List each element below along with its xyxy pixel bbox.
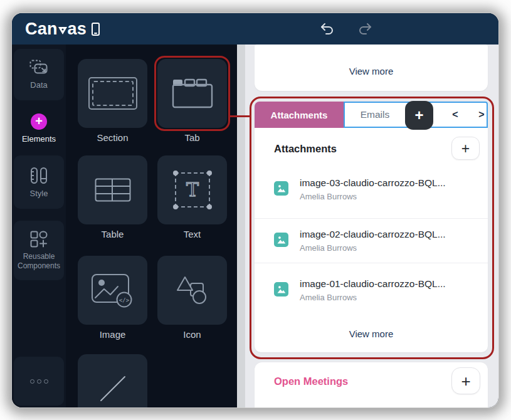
sidebar-item-label: Elements <box>22 134 56 144</box>
sidebar-item-style[interactable]: Style <box>14 155 64 209</box>
element-tile-text[interactable]: T <box>157 155 227 224</box>
mobile-preview-icon <box>92 23 100 36</box>
sidebar-item-elements[interactable]: + Elements <box>14 107 64 150</box>
sidebar: Data + Elements Style <box>12 45 66 407</box>
data-icon <box>29 60 48 76</box>
element-tile-label: Icon <box>157 329 227 340</box>
logo-text-pre: Can <box>25 19 58 39</box>
app-window: Can as Data + Elements <box>12 13 498 407</box>
row-divider <box>255 263 488 263</box>
tab-emails[interactable]: Emails <box>345 103 405 127</box>
attachment-owner: Amelia Burrows <box>300 192 357 201</box>
undo-arrow-icon <box>320 23 335 35</box>
element-tile-line[interactable] <box>78 354 147 407</box>
sidebar-item-data[interactable]: Data <box>14 49 64 100</box>
sidebar-item-more[interactable] <box>14 357 64 406</box>
tab-icon <box>172 78 213 108</box>
tab-attachments[interactable]: Attachments <box>255 102 344 128</box>
attachments-section-title: Attachments <box>274 143 337 155</box>
svg-text:</>: </> <box>119 297 129 303</box>
element-tile-table[interactable] <box>78 155 147 224</box>
element-tile-image[interactable]: </> <box>78 256 147 325</box>
tab-scroll-left-button[interactable]: < <box>444 103 466 127</box>
element-tile-icon[interactable] <box>157 256 227 325</box>
table-icon <box>95 178 131 202</box>
attachment-row[interactable]: image-03-claudio-carrozzo-BQL... Amelia … <box>255 172 488 209</box>
attachment-owner: Amelia Burrows <box>300 293 357 302</box>
image-file-icon <box>274 181 288 196</box>
open-meetings-card: Open Meetings + <box>255 362 488 407</box>
app-header: Can as <box>12 13 498 45</box>
image-file-icon <box>274 282 288 297</box>
more-dots-icon <box>30 379 48 384</box>
attachment-row[interactable]: image-02-claudio-carrozzo-BQL... Amelia … <box>255 223 488 261</box>
row-divider <box>255 218 488 219</box>
image-icon: </> <box>91 272 135 308</box>
view-more-link[interactable]: View more <box>349 328 394 339</box>
plus-circle-icon: + <box>31 113 47 130</box>
add-attachment-button[interactable]: + <box>451 137 480 160</box>
sidebar-item-label: Reusable Components <box>14 252 64 271</box>
image-file-icon <box>274 233 288 247</box>
element-tile-label: Section <box>78 132 147 143</box>
add-tab-button[interactable]: + <box>405 101 433 130</box>
svg-text:T: T <box>186 179 198 201</box>
attachment-name: image-03-claudio-carrozzo-BQL... <box>300 177 482 189</box>
elements-panel: Section Tab Table <box>66 45 237 407</box>
undo-button[interactable] <box>316 20 339 38</box>
reusable-components-icon <box>30 231 48 248</box>
element-tile-label: Text <box>157 229 227 239</box>
shapes-icon <box>176 275 209 305</box>
canvas-logo: Can as <box>25 19 100 39</box>
redo-arrow-icon <box>357 23 372 35</box>
add-meeting-button[interactable]: + <box>451 367 480 394</box>
element-tile-label: Image <box>78 329 147 340</box>
attachment-row[interactable]: image-01-claudio-carrozzo-BQL... Amelia … <box>255 272 488 310</box>
view-more-link[interactable]: View more <box>349 66 394 76</box>
tab-bar: Attachments Emails + < > <box>255 102 488 128</box>
element-tile-label: Table <box>78 229 147 239</box>
attachment-owner: Amelia Burrows <box>300 243 357 253</box>
style-icon <box>29 167 48 184</box>
element-tile-tab[interactable] <box>157 59 227 128</box>
attachments-tab-component: Attachments Emails + < > Attachments + i <box>255 102 488 352</box>
text-icon: T <box>175 172 210 207</box>
selection-connector-line <box>229 115 251 117</box>
section-icon <box>88 77 137 110</box>
preview-canvas: View more Attachments Emails + < > Attac… <box>237 45 498 407</box>
logo-pen-nib-icon <box>58 27 67 34</box>
tab-strip-selected: Emails + < > <box>344 102 488 128</box>
sidebar-item-label: Data <box>30 80 47 90</box>
tab-scroll-right-button[interactable]: > <box>470 103 493 127</box>
redo-button[interactable] <box>354 20 376 38</box>
panel-gutter <box>237 45 245 407</box>
sidebar-item-label: Style <box>30 189 48 198</box>
element-tile-section[interactable] <box>78 59 147 128</box>
attachment-name: image-02-claudio-carrozzo-BQL... <box>300 229 482 240</box>
element-tile-label: Tab <box>157 132 227 143</box>
sidebar-item-reusable-components[interactable]: Reusable Components <box>14 221 64 280</box>
top-related-card: View more <box>255 45 488 91</box>
open-meetings-title: Open Meetings <box>274 375 348 387</box>
attachment-name: image-01-claudio-carrozzo-BQL... <box>300 278 482 290</box>
attachments-view-more: View more <box>255 328 488 340</box>
line-icon <box>97 373 129 404</box>
logo-text-post: as <box>68 19 87 39</box>
